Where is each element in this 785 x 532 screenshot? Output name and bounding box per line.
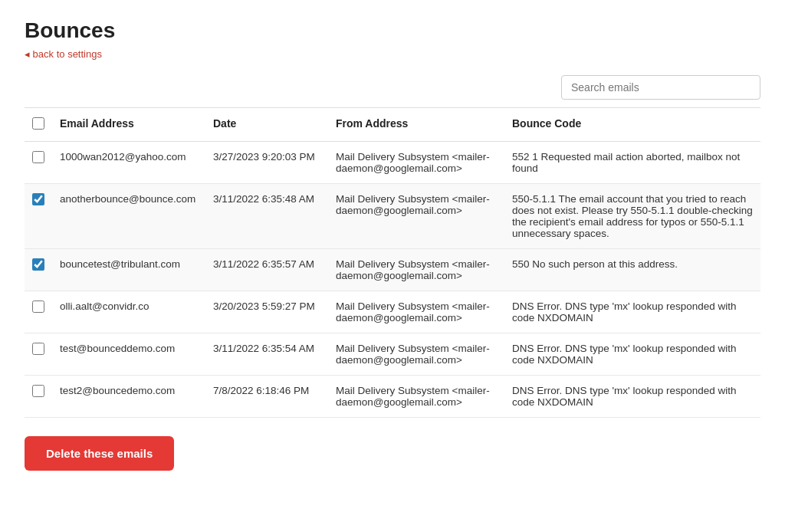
row-email: olli.aalt@convidr.co (52, 291, 205, 333)
header-date: Date (205, 108, 328, 142)
row-checkbox-1[interactable] (32, 193, 44, 205)
page-wrapper: Bounces ◂ back to settings Email Address… (0, 0, 785, 495)
search-input[interactable] (561, 75, 760, 100)
row-date: 7/8/2022 6:18:46 PM (205, 376, 328, 418)
top-bar (25, 75, 760, 100)
row-date: 3/11/2022 6:35:54 AM (205, 333, 328, 376)
row-bounce: 550 No such person at this address. (504, 249, 760, 291)
row-from: Mail Delivery Subsystem <mailer-daemon@g… (328, 249, 504, 291)
row-bounce: DNS Error. DNS type 'mx' lookup responde… (504, 376, 760, 418)
row-bounce: 552 1 Requested mail action aborted, mai… (504, 142, 760, 184)
row-email: test2@bouncedemo.com (52, 376, 205, 418)
row-bounce: 550-5.1.1 The email account that you tri… (504, 184, 760, 249)
table-row: test@bounceddemo.com3/11/2022 6:35:54 AM… (25, 333, 760, 376)
row-checkbox-5[interactable] (32, 385, 44, 397)
row-from: Mail Delivery Subsystem <mailer-daemon@g… (328, 376, 504, 418)
row-from: Mail Delivery Subsystem <mailer-daemon@g… (328, 291, 504, 333)
row-from: Mail Delivery Subsystem <mailer-daemon@g… (328, 184, 504, 249)
table-body: 1000wan2012@yahoo.com3/27/2023 9:20:03 P… (25, 142, 760, 418)
row-date: 3/11/2022 6:35:57 AM (205, 249, 328, 291)
table-row: bouncetest@tribulant.com3/11/2022 6:35:5… (25, 249, 760, 291)
header-checkbox-cell (25, 108, 52, 142)
header-from: From Address (328, 108, 504, 142)
row-checkbox-cell (25, 291, 52, 333)
row-checkbox-2[interactable] (32, 258, 44, 271)
row-checkbox-0[interactable] (32, 151, 44, 163)
row-from: Mail Delivery Subsystem <mailer-daemon@g… (328, 333, 504, 376)
row-checkbox-cell (25, 142, 52, 184)
row-bounce: DNS Error. DNS type 'mx' lookup responde… (504, 291, 760, 333)
table-header: Email Address Date From Address Bounce C… (25, 108, 760, 142)
table-row: anotherbounce@bounce.com3/11/2022 6:35:4… (25, 184, 760, 249)
row-checkbox-3[interactable] (32, 300, 44, 313)
row-date: 3/20/2023 5:59:27 PM (205, 291, 328, 333)
row-date: 3/11/2022 6:35:48 AM (205, 184, 328, 249)
row-checkbox-cell (25, 376, 52, 418)
row-checkbox-cell (25, 184, 52, 249)
row-bounce: DNS Error. DNS type 'mx' lookup responde… (504, 333, 760, 376)
row-email: 1000wan2012@yahoo.com (52, 142, 205, 184)
row-checkbox-4[interactable] (32, 343, 44, 355)
row-email: test@bounceddemo.com (52, 333, 205, 376)
row-email: anotherbounce@bounce.com (52, 184, 205, 249)
bounces-table: Email Address Date From Address Bounce C… (25, 107, 760, 418)
row-checkbox-cell (25, 249, 52, 291)
page-title: Bounces (25, 18, 760, 43)
row-checkbox-cell (25, 333, 52, 376)
table-row: test2@bouncedemo.com7/8/2022 6:18:46 PMM… (25, 376, 760, 418)
select-all-checkbox[interactable] (32, 117, 44, 130)
header-email: Email Address (52, 108, 205, 142)
delete-emails-button[interactable]: Delete these emails (25, 436, 174, 471)
table-row: 1000wan2012@yahoo.com3/27/2023 9:20:03 P… (25, 142, 760, 184)
row-date: 3/27/2023 9:20:03 PM (205, 142, 328, 184)
back-to-settings-link[interactable]: ◂ back to settings (25, 48, 102, 60)
table-row: olli.aalt@convidr.co3/20/2023 5:59:27 PM… (25, 291, 760, 333)
header-bounce: Bounce Code (504, 108, 760, 142)
row-from: Mail Delivery Subsystem <mailer-daemon@g… (328, 142, 504, 184)
row-email: bouncetest@tribulant.com (52, 249, 205, 291)
